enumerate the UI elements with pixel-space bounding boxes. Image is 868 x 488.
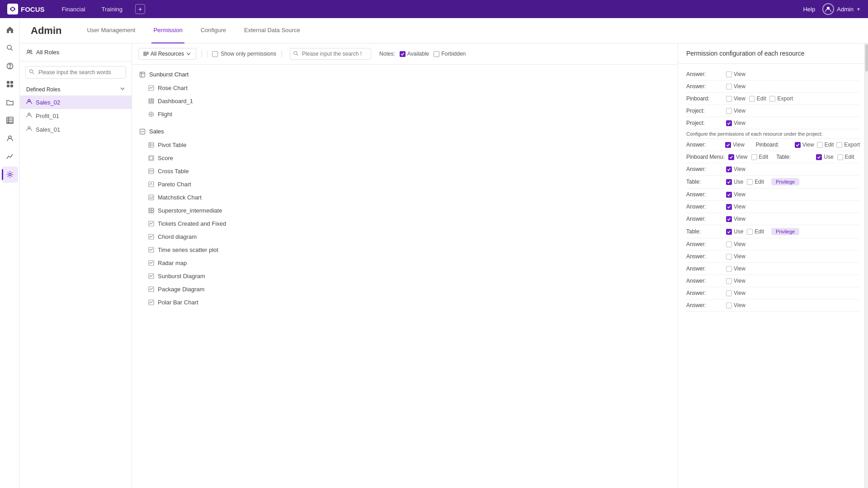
table-edit-1[interactable]: Edit [747,228,764,235]
answer-view-checked[interactable]: View [725,142,745,148]
nav-add-button[interactable]: + [135,4,145,14]
resource-sunburst-chart[interactable]: Sunburst Chart [132,67,678,81]
forbidden-checkbox[interactable] [434,51,439,57]
privilege-button-1[interactable]: Privilege [771,228,799,235]
right-scroll-thumb[interactable] [865,44,868,71]
help-button[interactable]: Help [803,6,815,13]
cb-pinboard-view-r[interactable] [795,142,801,148]
sidebar-help-icon[interactable] [2,58,18,74]
cb-answer-2[interactable] [726,192,732,198]
role-sales-01[interactable]: Sales_01 [20,123,132,136]
answer-view-10[interactable]: View [726,302,745,308]
cb-answer-3[interactable] [726,204,732,210]
admin-menu[interactable]: Admin ▼ [822,3,861,15]
answer-view-6[interactable]: View [726,253,745,260]
perm-pinboard-export[interactable]: Export [769,95,793,102]
pm-edit[interactable]: Edit [751,154,769,160]
app-logo[interactable]: FOCUS [7,4,45,14]
perm-pinboard-edit[interactable]: Edit [749,95,766,102]
resource-flight[interactable]: Flight [132,108,678,121]
sidebar-home-icon[interactable] [2,22,18,38]
cb-answer-v[interactable] [726,166,732,172]
cb-answer-6[interactable] [726,254,732,260]
resource-cross-table[interactable]: Cross Table [132,165,678,178]
resource-matchstick-chart[interactable]: Matchstick Chart [132,191,678,204]
sidebar-chart-icon[interactable] [2,148,18,165]
cb-answer-8[interactable] [726,278,732,284]
resource-rose-chart[interactable]: Rose Chart [132,81,678,95]
pm-view[interactable]: View [728,154,748,160]
sidebar-grid-icon[interactable] [2,76,18,92]
table-use-pm[interactable]: Use [816,154,833,160]
cb-answer-9[interactable] [726,290,732,296]
answer-view-3[interactable]: View [726,204,745,210]
cb-view-0[interactable] [726,71,732,77]
cb-pinboard-export-r[interactable] [836,142,842,148]
sidebar-table-icon[interactable] [2,112,18,128]
cb-answer-5[interactable] [726,242,732,247]
tab-external-data-source[interactable]: External Data Source [242,18,302,43]
tab-permission[interactable]: Permission [151,18,184,43]
tab-configure[interactable]: Configure [199,18,228,43]
cb-table-edit-pm[interactable] [837,154,843,160]
resource-pareto-chart[interactable]: Pareto Chart [132,178,678,191]
perm-project-view-0[interactable]: View [726,108,745,114]
answer-view-7[interactable]: View [726,265,745,272]
nav-financial[interactable]: Financial [58,4,89,14]
nav-training[interactable]: Training [98,4,126,14]
cb-pinboard-edit-r[interactable] [817,142,823,148]
cb-table-use-0[interactable] [726,179,732,185]
cb-pinboard-view[interactable] [726,96,732,102]
cb-table-edit-1[interactable] [747,229,753,235]
cb-project-view-0[interactable] [726,108,732,114]
resource-dropdown[interactable]: All Resources [138,48,196,60]
perm-pinboard-view[interactable]: View [726,95,745,102]
pinboard-edit-unchecked[interactable]: Edit [817,142,834,148]
resource-pivot-table[interactable]: Pivot Table [132,138,678,152]
cb-table-use-pm[interactable] [816,154,822,160]
cb-pm-view[interactable] [728,154,734,160]
cb-table-use-1[interactable] [726,229,732,235]
role-profit-01[interactable]: Profit_01 [20,109,132,123]
table-use-1[interactable]: Use [726,228,743,235]
answer-view-5[interactable]: View [726,241,745,247]
resource-dashboard-1[interactable]: Dashboard_1 [132,95,678,108]
resource-tickets[interactable]: Tickets Created and Fixed [132,217,678,230]
privilege-button-0[interactable]: Privilege [771,178,799,185]
table-edit-0[interactable]: Edit [747,179,764,185]
resource-time-series[interactable]: Time series scatter plot [132,243,678,256]
resource-sunburst-diagram[interactable]: Sunburst Diagram [132,270,678,283]
cb-answer-7[interactable] [726,266,732,272]
roles-search-input[interactable] [25,66,126,79]
resources-search-input[interactable] [290,48,371,60]
answer-view-8[interactable]: View [726,278,745,284]
sidebar-user-icon[interactable] [2,130,18,147]
cb-answer-4[interactable] [726,216,732,222]
resource-superstore-intermediate[interactable]: Superstore_intermediate [132,204,678,217]
answer-view-2[interactable]: View [726,191,745,198]
resource-sales-group[interactable]: Sales [132,124,678,138]
cb-view-1[interactable] [726,84,732,90]
resource-package-diagram[interactable]: Package Diagram [132,283,678,296]
resource-score[interactable]: Score [132,152,678,165]
cb-answer-10[interactable] [726,303,732,308]
answer-view-9[interactable]: View [726,290,745,296]
answer-view-c[interactable]: View [726,166,745,172]
right-scrollbar[interactable] [864,43,868,488]
perm-project-view-1[interactable]: View [726,120,745,126]
role-sales-02[interactable]: Sales_02 [20,95,132,109]
tab-user-management[interactable]: User Management [85,18,137,43]
sidebar-search-icon[interactable] [2,40,18,56]
perm-check-view-1[interactable]: View [726,83,745,90]
resource-polar-bar-chart[interactable]: Polar Bar Chart [132,296,678,309]
pinboard-export-unchecked[interactable]: Export [836,142,860,148]
cb-pm-edit[interactable] [751,154,757,160]
cb-table-edit-0[interactable] [747,179,753,185]
cb-pinboard-edit[interactable] [749,96,755,102]
table-use-0[interactable]: Use [726,179,743,185]
sidebar-settings-icon[interactable] [2,166,18,183]
table-edit-pm[interactable]: Edit [837,154,854,160]
cb-answer-view[interactable] [725,142,731,148]
resource-radar-map[interactable]: Radar map [132,256,678,270]
perm-check-view-0[interactable]: View [726,71,745,77]
